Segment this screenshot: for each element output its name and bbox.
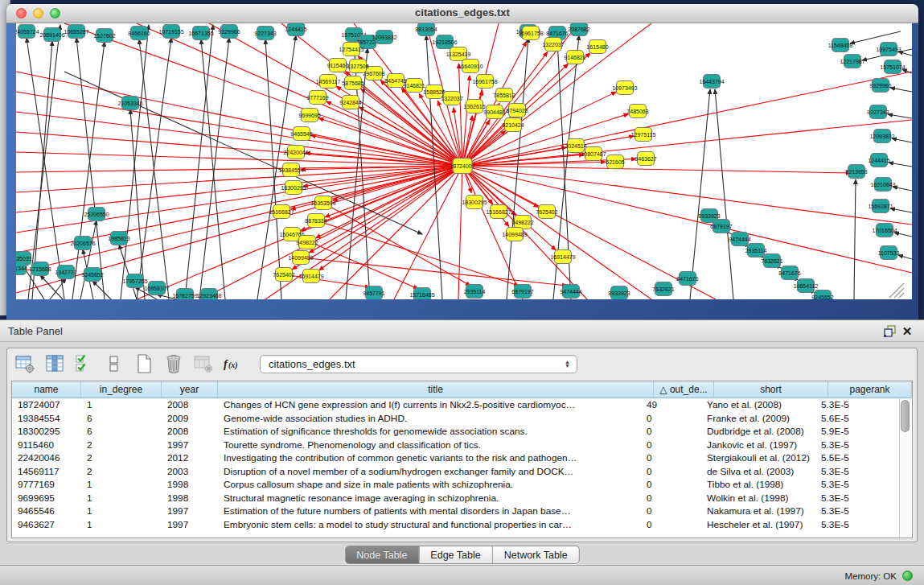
graph-node[interactable]: 9227343 — [867, 105, 889, 119]
graph-node[interactable]: 2935114 — [464, 285, 486, 299]
graph-node[interactable]: 9463627 — [634, 152, 656, 166]
table-row[interactable]: 969969511998Structural magnetic resonanc… — [12, 492, 899, 505]
table-row[interactable]: 977716911998Corpus callosum shape and si… — [12, 478, 899, 492]
vertical-scrollbar[interactable] — [899, 398, 912, 538]
graph-node[interactable]: 391344 — [16, 262, 27, 275]
graph-node[interactable]: 1322037 — [542, 38, 564, 51]
network-canvas[interactable]: 2405572420691406106552871527602846616010… — [16, 23, 912, 299]
table-settings-button[interactable] — [14, 352, 36, 375]
graph-node[interactable]: 22420046 — [283, 146, 308, 159]
graph-node[interactable]: 9245652 — [811, 290, 833, 300]
select-all-button[interactable] — [73, 352, 96, 375]
function-builder-button[interactable]: f (x) — [222, 352, 244, 375]
graph-node[interactable]: 7625402 — [536, 205, 557, 219]
graph-node[interactable]: 9465546 — [290, 127, 312, 141]
column-header-name[interactable]: name — [12, 381, 81, 398]
graph-node[interactable]: 9227343 — [254, 27, 276, 40]
graph-node[interactable]: 9474444 — [729, 233, 750, 246]
graph-node[interactable]: 1527602 — [93, 29, 115, 43]
column-header-year[interactable]: year — [162, 381, 218, 398]
graph-node[interactable]: 10975493 — [876, 43, 901, 56]
window-titlebar[interactable]: citations_edges.txt — [6, 4, 918, 23]
graph-node[interactable]: 8466160 — [128, 27, 150, 40]
graph-node[interactable]: 16914479 — [550, 250, 575, 264]
graph-node[interactable]: 9474444 — [560, 285, 581, 299]
graph-node[interactable]: 1322037 — [441, 92, 462, 105]
graph-node[interactable]: 7632621 — [761, 254, 782, 268]
graph-node[interactable]: 16443794 — [699, 75, 724, 89]
graph-node[interactable]: 2935114 — [745, 244, 767, 257]
delete-table-button[interactable] — [162, 352, 185, 375]
table-row[interactable]: 911546021997Tourette syndrome. Phenomeno… — [12, 439, 899, 452]
resize-grip[interactable] — [899, 293, 904, 298]
graph-node[interactable]: 6794028 — [506, 104, 528, 117]
graph-node[interactable]: 1244415 — [868, 154, 889, 167]
graph-node[interactable]: 621605 — [606, 155, 624, 169]
graph-node[interactable]: 9115460 — [327, 59, 349, 72]
graph-node[interactable]: 9242844 — [339, 96, 361, 109]
graph-node[interactable]: 10654112 — [794, 279, 819, 293]
graph-node[interactable]: 15716485 — [409, 288, 434, 300]
graph-node[interactable]: 8813054 — [415, 23, 437, 36]
graph-node[interactable]: 16961758 — [472, 75, 497, 89]
graph-node[interactable]: 9777169 — [306, 91, 328, 105]
graph-node[interactable]: 1107533 — [878, 246, 900, 260]
close-panel-button[interactable]: ✕ — [898, 323, 916, 338]
graph-node[interactable]: 8213958 — [845, 165, 867, 179]
tab-node-table[interactable]: Node Table — [345, 546, 419, 563]
new-column-button[interactable] — [133, 352, 155, 375]
graph-node[interactable]: 9904484 — [483, 105, 505, 119]
graph-node[interactable]: 6879197 — [511, 285, 533, 299]
table-row[interactable]: 946362711997Embryonic stem cells: a mode… — [12, 518, 899, 532]
graph-node[interactable]: 12093832 — [869, 130, 894, 143]
graph-node[interactable]: 8471676 — [778, 266, 800, 280]
graph-node[interactable]: 7855812 — [493, 89, 515, 102]
tab-network-table[interactable]: Network Table — [493, 546, 579, 563]
graph-node[interactable]: 21053346 — [117, 97, 142, 110]
graph-node[interactable]: 7625402 — [273, 268, 294, 282]
graph-node[interactable]: 8454749 — [384, 74, 406, 88]
graph-node[interactable]: 16671355 — [188, 27, 213, 40]
graph-node[interactable]: 1362615 — [463, 100, 485, 113]
column-header-short[interactable]: short — [714, 381, 828, 398]
graph-node[interactable]: 17016504 — [872, 224, 897, 237]
graph-node[interactable]: 8878334 — [305, 214, 326, 228]
graph-node[interactable]: 15751074 — [880, 60, 905, 74]
graph-node[interactable]: 18724007 — [450, 159, 474, 174]
graph-node[interactable]: 9457791 — [363, 286, 384, 300]
graph-node[interactable]: 9498222 — [296, 236, 318, 249]
graph-node[interactable]: 16782759 — [172, 289, 197, 300]
graph-node[interactable]: 9329966 — [218, 25, 240, 39]
rows-button[interactable] — [103, 352, 125, 375]
table-row[interactable]: 1872400712008Changes of HCN gene express… — [12, 398, 899, 412]
table-select-dropdown[interactable]: citations_edges.txt ▲▼ — [260, 355, 577, 373]
graph-node[interactable]: 7632621 — [652, 282, 674, 296]
table-row[interactable]: 1938455462009Genome-wide association stu… — [12, 412, 899, 426]
graph-node[interactable]: 20691406 — [39, 28, 64, 42]
table-row[interactable]: 1456911722003Disruption of a novel membe… — [12, 465, 899, 479]
graph-node[interactable]: 1244415 — [285, 23, 306, 36]
float-panel-button[interactable] — [881, 323, 898, 338]
graph-node[interactable]: 1985813 — [108, 232, 129, 245]
graph-node[interactable]: 9146821 — [564, 51, 585, 64]
graph-node[interactable]: 9245652 — [81, 268, 103, 282]
graph-node[interactable]: 14569117 — [316, 75, 341, 89]
graph-node[interactable]: 15692871 — [868, 200, 893, 213]
resize-grip[interactable] — [894, 288, 904, 298]
delete-column-button[interactable] — [192, 352, 215, 375]
show-column-button[interactable] — [43, 352, 66, 375]
graph-node[interactable]: 8933923 — [608, 286, 630, 300]
graph-node[interactable]: 12217987 — [840, 55, 864, 68]
scrollbar-thumb[interactable] — [901, 400, 910, 432]
column-header-title[interactable]: title — [218, 381, 654, 398]
graph-node[interactable]: 12975115 — [631, 128, 656, 142]
table-row[interactable]: 2242004622012Investigating the contribut… — [12, 451, 899, 465]
graph-node[interactable]: 9699695 — [298, 109, 320, 122]
table-row[interactable]: 1830029562008Estimation of significance … — [12, 425, 899, 439]
graph-node[interactable]: 18300295 — [462, 196, 487, 209]
table-row[interactable]: 946554611997Estimation of the future num… — [12, 505, 899, 518]
graph-node[interactable]: 1327508 — [347, 60, 368, 73]
graph-node[interactable]: 1615480 — [586, 40, 608, 54]
graph-node[interactable]: 16914479 — [298, 270, 323, 283]
graph-node[interactable]: 2087682 — [568, 23, 589, 36]
